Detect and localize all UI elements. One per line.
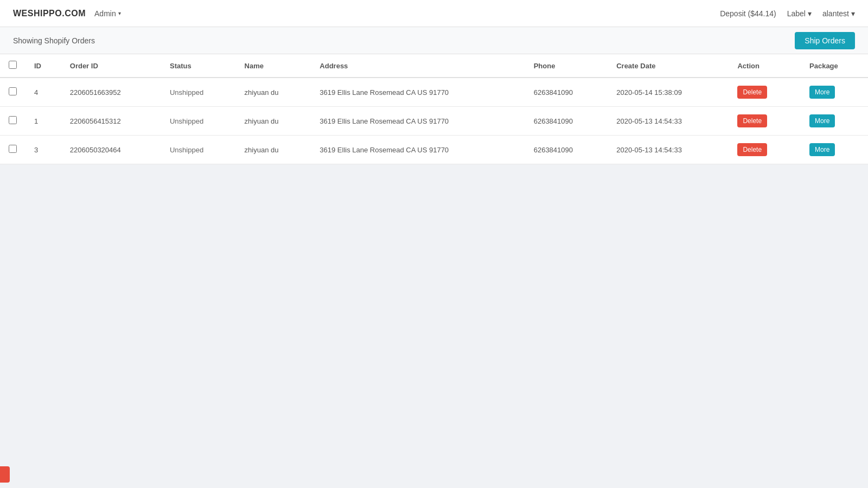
ship-orders-button[interactable]: Ship Orders <box>795 32 855 49</box>
row-action-cell: Delete <box>729 136 801 164</box>
row-address: 3619 Ellis Lane Rosemead CA US 91770 <box>311 107 525 136</box>
header-phone: Phone <box>525 54 608 78</box>
user-menu-label: alantest <box>822 9 849 18</box>
row-checkbox-2[interactable] <box>9 145 17 153</box>
header-checkbox-cell <box>0 54 25 78</box>
header-status: Status <box>161 54 236 78</box>
delete-button-0[interactable]: Delete <box>737 86 767 99</box>
label-dropdown[interactable]: Label ▾ <box>787 9 812 18</box>
showing-label: Showing Shopify Orders <box>13 36 95 45</box>
admin-dropdown[interactable]: Admin ▾ <box>94 9 121 18</box>
row-phone: 6263841090 <box>525 78 608 107</box>
row-address: 3619 Ellis Lane Rosemead CA US 91770 <box>311 78 525 107</box>
admin-caret-icon: ▾ <box>118 10 121 16</box>
row-checkbox-cell <box>0 107 25 136</box>
row-create-date: 2020-05-14 15:38:09 <box>608 78 729 107</box>
orders-table-container: ID Order ID Status Name Address Phone Cr… <box>0 54 868 164</box>
row-name: zhiyuan du <box>236 107 311 136</box>
table-row: 4 2206051663952 Unshipped zhiyuan du 361… <box>0 78 868 107</box>
more-button-2[interactable]: More <box>809 143 835 156</box>
row-package-cell: More <box>801 78 868 107</box>
row-address: 3619 Ellis Lane Rosemead CA US 91770 <box>311 136 525 164</box>
label-menu-label: Label <box>787 9 806 18</box>
top-bar: Showing Shopify Orders Ship Orders <box>0 27 868 54</box>
row-create-date: 2020-05-13 14:54:33 <box>608 107 729 136</box>
row-package-cell: More <box>801 136 868 164</box>
row-status: Unshipped <box>161 107 236 136</box>
row-checkbox-cell <box>0 78 25 107</box>
row-status: Unshipped <box>161 78 236 107</box>
select-all-checkbox[interactable] <box>9 61 17 69</box>
table-header: ID Order ID Status Name Address Phone Cr… <box>0 54 868 78</box>
table-row: 3 2206050320464 Unshipped zhiyuan du 361… <box>0 136 868 164</box>
row-checkbox-0[interactable] <box>9 87 17 95</box>
row-action-cell: Delete <box>729 78 801 107</box>
navbar: WESHIPPO.COM Admin ▾ Deposit ($44.14) La… <box>0 0 868 27</box>
row-order-id: 2206056415312 <box>61 107 161 136</box>
user-caret-icon: ▾ <box>851 9 855 18</box>
deposit-link[interactable]: Deposit ($44.14) <box>720 9 776 18</box>
row-id: 4 <box>25 78 61 107</box>
header-name: Name <box>236 54 311 78</box>
delete-button-1[interactable]: Delete <box>737 114 767 127</box>
label-caret-icon: ▾ <box>808 9 812 18</box>
header-package: Package <box>801 54 868 78</box>
header-address: Address <box>311 54 525 78</box>
row-action-cell: Delete <box>729 107 801 136</box>
header-id: ID <box>25 54 61 78</box>
row-status: Unshipped <box>161 136 236 164</box>
row-package-cell: More <box>801 107 868 136</box>
navbar-left: WESHIPPO.COM Admin ▾ <box>13 9 121 18</box>
row-phone: 6263841090 <box>525 107 608 136</box>
row-checkbox-cell <box>0 136 25 164</box>
more-button-0[interactable]: More <box>809 86 835 99</box>
row-name: zhiyuan du <box>236 78 311 107</box>
more-button-1[interactable]: More <box>809 114 835 127</box>
header-action: Action <box>729 54 801 78</box>
row-phone: 6263841090 <box>525 136 608 164</box>
user-dropdown[interactable]: alantest ▾ <box>822 9 855 18</box>
row-checkbox-1[interactable] <box>9 116 17 124</box>
header-create-date: Create Date <box>608 54 729 78</box>
table-body: 4 2206051663952 Unshipped zhiyuan du 361… <box>0 78 868 164</box>
row-create-date: 2020-05-13 14:54:33 <box>608 136 729 164</box>
row-order-id: 2206051663952 <box>61 78 161 107</box>
row-id: 3 <box>25 136 61 164</box>
brand-logo: WESHIPPO.COM <box>13 9 86 18</box>
row-name: zhiyuan du <box>236 136 311 164</box>
row-id: 1 <box>25 107 61 136</box>
row-order-id: 2206050320464 <box>61 136 161 164</box>
delete-button-2[interactable]: Delete <box>737 143 767 156</box>
table-row: 1 2206056415312 Unshipped zhiyuan du 361… <box>0 107 868 136</box>
header-order-id: Order ID <box>61 54 161 78</box>
admin-label: Admin <box>94 9 116 18</box>
navbar-right: Deposit ($44.14) Label ▾ alantest ▾ <box>720 9 855 18</box>
orders-table: ID Order ID Status Name Address Phone Cr… <box>0 54 868 164</box>
